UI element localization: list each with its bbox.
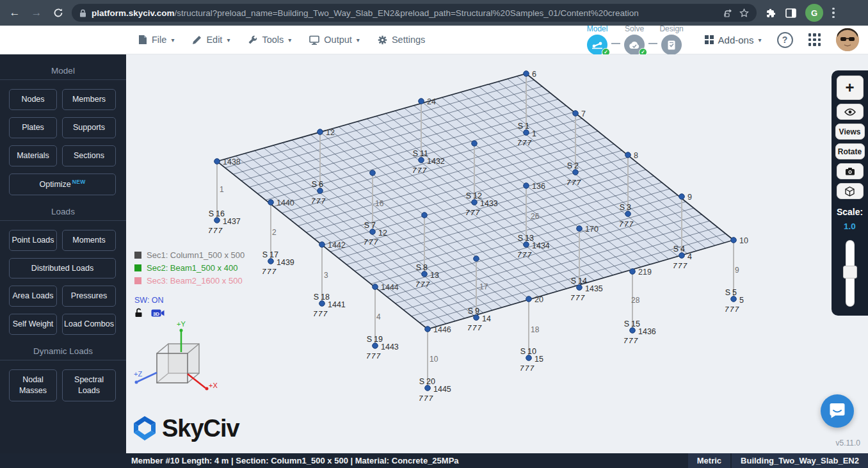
slab-node-dot[interactable] — [731, 238, 737, 243]
node-id-label: 7 — [581, 109, 586, 118]
sidebar-button-load-combos[interactable]: Load Combos — [62, 314, 116, 335]
sidebar-button-area-loads[interactable]: Area Loads — [9, 286, 57, 307]
menu-label: Edit — [206, 35, 222, 45]
browser-refresh-icon[interactable] — [50, 4, 67, 21]
workflow-step-design[interactable]: Design — [657, 24, 686, 55]
sidebar-button-label: Optimize — [39, 180, 70, 189]
sidebar-button-nodes[interactable]: Nodes — [9, 89, 57, 110]
solve-icon[interactable]: ✓ — [624, 35, 645, 55]
project-name[interactable]: Building_Two_Way_Slab_EN2 — [732, 453, 868, 468]
workflow-connector — [648, 43, 657, 44]
apps-grid-icon[interactable] — [808, 33, 821, 46]
fixed-support-glyph: 777 — [419, 394, 434, 402]
model-viewport[interactable]: S116777S27777S38777S449777S5510777S61277… — [126, 54, 868, 453]
self-weight-status: SW: ON — [134, 296, 164, 305]
skyciv-logo: SkyCiv — [131, 413, 239, 444]
sidebar-button-nodal-masses[interactable]: Nodal Masses — [9, 369, 57, 401]
slab-node-dot[interactable] — [373, 284, 378, 290]
visibility-button[interactable] — [837, 104, 864, 120]
slab-node-dot[interactable] — [524, 183, 529, 189]
views-button[interactable]: Views — [835, 124, 865, 140]
fixed-support-glyph: 777 — [364, 238, 379, 246]
menu-file[interactable]: File▾ — [138, 35, 174, 45]
support-name-label: S — [413, 149, 418, 158]
scale-slider-handle[interactable] — [843, 266, 857, 278]
skyciv-logo-icon — [131, 413, 158, 444]
chrome-menu-icon[interactable] — [832, 8, 835, 19]
extensions-puzzle-icon[interactable] — [766, 8, 776, 19]
menu-tools[interactable]: Tools▾ — [248, 35, 291, 45]
browser-back-icon[interactable]: ← — [6, 4, 23, 21]
slab-node-dot[interactable] — [425, 327, 431, 332]
workflow-step-model[interactable]: Model✓ — [583, 24, 611, 55]
3d-render-icon[interactable]: 3D — [151, 309, 165, 320]
unlock-icon[interactable] — [134, 308, 143, 320]
node-id-label: 24 — [427, 97, 436, 106]
slab-node-dot[interactable] — [526, 296, 532, 302]
slab-node-dot[interactable] — [268, 200, 274, 206]
slab-node-dot[interactable] — [422, 213, 428, 218]
chevron-down-icon: ▾ — [758, 36, 761, 44]
sidebar-button-supports[interactable]: Supports — [62, 117, 116, 138]
sidebar-button-point-loads[interactable]: Point Loads — [9, 230, 57, 251]
sidebar-button-grid: NodesMembersPlatesSupportsMaterialsSecti… — [9, 89, 126, 195]
design-icon[interactable] — [661, 35, 682, 55]
chrome-profile-avatar[interactable]: G — [805, 4, 823, 22]
sidebar-button-distributed-loads[interactable]: Distributed Loads — [9, 258, 116, 279]
slab-node-dot[interactable] — [370, 170, 376, 176]
scale-slider[interactable] — [846, 240, 855, 307]
screenshot-button[interactable] — [837, 163, 864, 179]
units-selector[interactable]: Metric — [688, 453, 730, 468]
node-id-label: 9 — [687, 193, 692, 202]
slab-node-dot[interactable] — [419, 99, 424, 104]
add-button[interactable]: + — [837, 76, 864, 100]
render-mode-button[interactable] — [837, 183, 864, 199]
legend-item: Sec2: Beam1_500 x 400 — [134, 261, 245, 274]
sidebar-button-plates[interactable]: Plates — [9, 117, 57, 138]
sidebar-section-title: Loads — [0, 207, 126, 216]
node-id-label: 1444 — [381, 283, 399, 292]
sidebar-button-materials[interactable]: Materials — [9, 145, 57, 166]
skyciv-app: ← → platform.skyciv.com/structural?prelo… — [0, 0, 868, 468]
legend-color-swatch — [134, 277, 141, 284]
bookmark-star-icon[interactable] — [739, 8, 749, 18]
fixed-support-glyph: 777 — [517, 251, 533, 259]
slab-node-dot[interactable] — [472, 141, 478, 147]
browser-forward-icon[interactable]: → — [28, 4, 45, 21]
slab-node-dot[interactable] — [625, 152, 631, 158]
slab-node-dot[interactable] — [524, 71, 529, 77]
gear-icon — [378, 35, 387, 45]
chat-bubble-button[interactable] — [821, 394, 854, 428]
slab-node-dot[interactable] — [214, 159, 220, 165]
url-text[interactable]: platform.skyciv.com/structural?preload_n… — [92, 8, 719, 18]
menu-edit[interactable]: Edit▾ — [192, 35, 230, 45]
support-number-label: 8 — [423, 263, 428, 272]
sidebar-button-self-weight[interactable]: Self Weight — [9, 314, 57, 335]
rotate-button[interactable]: Rotate — [835, 143, 865, 159]
user-avatar[interactable] — [836, 28, 859, 51]
slab-node-dot[interactable] — [317, 129, 323, 135]
menu-output[interactable]: Output▾ — [309, 35, 360, 45]
model-icon[interactable]: ✓ — [587, 35, 607, 55]
share-icon[interactable] — [724, 8, 734, 17]
sidebar-button-moments[interactable]: Moments — [62, 230, 116, 251]
sidebar-button-label: Self Weight — [13, 319, 54, 328]
slab-node-dot[interactable] — [630, 269, 636, 275]
slab-node-dot[interactable] — [577, 226, 583, 232]
sidebar-button-sections[interactable]: Sections — [62, 145, 116, 166]
sidebar-button-members[interactable]: Members — [62, 89, 116, 110]
slab-node-dot[interactable] — [319, 242, 325, 248]
slab-node-dot[interactable] — [573, 111, 579, 117]
workflow-step-solve[interactable]: Solve✓ — [620, 24, 648, 55]
address-bar[interactable]: platform.skyciv.com/structural?preload_n… — [72, 4, 757, 22]
sidebar-button-label: Nodal Masses — [19, 375, 47, 395]
help-button[interactable]: ? — [777, 32, 793, 48]
side-panel-icon[interactable] — [785, 8, 796, 18]
sidebar-button-optimize[interactable]: OptimizeNEW — [9, 173, 116, 195]
slab-node-dot[interactable] — [474, 256, 479, 262]
addons-menu[interactable]: Add-ons ▾ — [705, 35, 761, 45]
sidebar-button-pressures[interactable]: Pressures — [62, 286, 116, 307]
sidebar-button-spectral-loads[interactable]: Spectral Loads — [62, 369, 116, 401]
menu-settings[interactable]: Settings — [378, 35, 425, 45]
slab-node-dot[interactable] — [679, 194, 685, 200]
